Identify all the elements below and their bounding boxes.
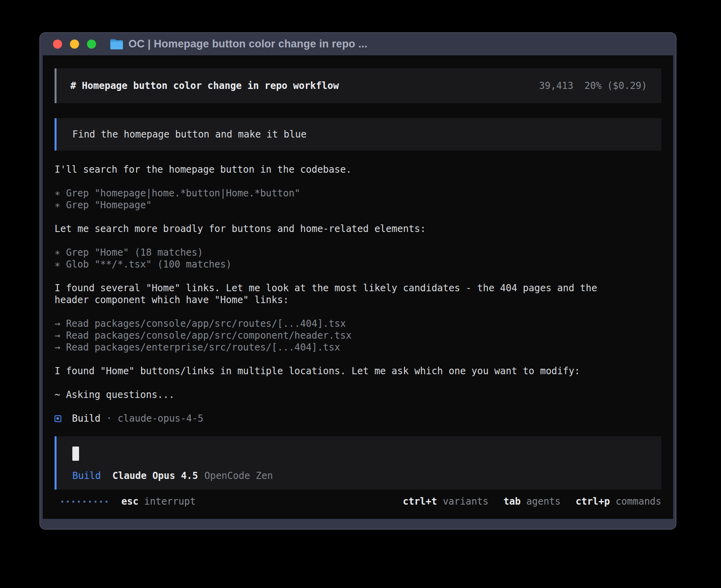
hint-key: tab <box>504 496 521 507</box>
user-message: Find the homepage button and make it blu… <box>55 118 661 151</box>
key-hint-variants: ctrl+t variants <box>403 496 489 507</box>
agent-model: claude-opus-4-5 <box>118 413 204 424</box>
tool-call-line: → Read packages/enterprise/src/routes/[.… <box>55 341 661 353</box>
terminal-viewport: # Homepage button color change in repo w… <box>43 55 673 519</box>
prompt-input[interactable]: BuildClaude Opus 4.5OpenCode Zen <box>55 436 661 490</box>
spinner-dot <box>106 501 108 503</box>
hint-key: ctrl+p <box>576 496 610 507</box>
spinner-dot <box>100 501 102 503</box>
blank-line <box>55 306 661 318</box>
zoom-button[interactable] <box>87 40 96 49</box>
terminal-window: OC | Homepage button color change in rep… <box>40 32 676 530</box>
spinner-dots <box>61 501 108 503</box>
window-title: OC | Homepage button color change in rep… <box>128 38 368 50</box>
spinner-dot <box>67 501 69 503</box>
blank-line <box>55 401 661 413</box>
status-left: esc interrupt <box>55 496 196 507</box>
assistant-text-line: I'll search for the homepage button in t… <box>55 164 661 175</box>
model-selector[interactable]: Claude Opus 4.5 <box>112 470 198 482</box>
assistant-text-line: header component which have "Home" links… <box>55 294 661 306</box>
agent-status-row: Build · claude-opus-4-5 <box>55 413 661 424</box>
tool-call-line: ∗ Glob "**/*.tsx" (100 matches) <box>55 258 661 270</box>
agent-build-icon <box>55 415 61 422</box>
tool-call-line: ∗ Grep "homepage|home.*button|Home.*butt… <box>55 187 661 199</box>
spinner-dot <box>94 501 96 503</box>
context-percent: 20% <box>584 80 601 91</box>
hint-label: commands <box>610 496 661 507</box>
provider-label: OpenCode Zen <box>204 470 273 482</box>
window-footer <box>40 519 676 529</box>
blank-line <box>55 377 661 389</box>
session-stats: 39,41320%($0.29) <box>539 80 647 91</box>
spinner-dot <box>78 501 80 503</box>
spinner-dot <box>61 501 63 503</box>
spinner-dot <box>72 501 74 503</box>
user-message-text: Find the homepage button and make it blu… <box>72 129 306 140</box>
blank-line <box>55 270 661 282</box>
session-cost: ($0.29) <box>607 80 647 91</box>
minimize-button[interactable] <box>70 40 79 49</box>
conversation-log: I'll search for the homepage button in t… <box>55 164 661 413</box>
assistant-text-line: ~ Asking questions... <box>55 389 661 401</box>
hint-key: ctrl+t <box>403 496 437 507</box>
spinner-dot <box>89 501 91 503</box>
blank-line <box>55 353 661 365</box>
assistant-text-line: Let me search more broadly for buttons a… <box>55 223 661 235</box>
tool-call-line: → Read packages/console/app/src/componen… <box>55 330 661 341</box>
esc-key-hint: esc <box>121 496 138 507</box>
text-cursor <box>72 447 79 461</box>
tool-call-line: ∗ Grep "Homepage" <box>55 199 661 211</box>
mode-selector[interactable]: Build <box>72 470 101 482</box>
tool-call-line: ∗ Grep "Home" (18 matches) <box>55 247 661 258</box>
agent-separator: · <box>100 413 117 424</box>
folder-icon <box>110 39 123 49</box>
esc-key-label: interrupt <box>138 496 196 507</box>
keyboard-hints: ctrl+t variantstab agentsctrl+p commands <box>403 496 661 507</box>
session-header: # Homepage button color change in repo w… <box>55 68 661 103</box>
close-button[interactable] <box>53 40 62 49</box>
token-count: 39,413 <box>539 80 574 91</box>
input-meta-row: BuildClaude Opus 4.5OpenCode Zen <box>72 470 646 482</box>
blank-line <box>55 211 661 223</box>
status-bar: esc interrupt ctrl+t variantstab agentsc… <box>55 496 661 507</box>
key-hint-commands: ctrl+p commands <box>576 496 661 507</box>
hint-label: agents <box>521 496 561 507</box>
tool-call-line: → Read packages/console/app/src/routes/[… <box>55 318 661 330</box>
agent-name: Build <box>72 413 100 424</box>
session-title: # Homepage button color change in repo w… <box>70 80 339 91</box>
titlebar[interactable]: OC | Homepage button color change in rep… <box>40 33 676 55</box>
assistant-text-line: I found "Home" buttons/links in multiple… <box>55 365 661 377</box>
hint-label: variants <box>437 496 489 507</box>
spinner-dot <box>83 501 85 503</box>
assistant-text-line: I found several "Home" links. Let me loo… <box>55 282 661 294</box>
key-hint-agents: tab agents <box>504 496 561 507</box>
blank-line <box>55 235 661 247</box>
blank-line <box>55 175 661 187</box>
traffic-lights <box>53 40 96 49</box>
